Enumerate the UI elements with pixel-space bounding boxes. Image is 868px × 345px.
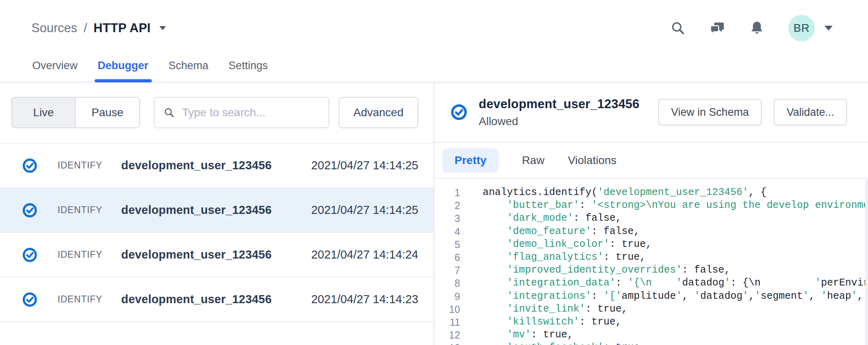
event-name: development_user_123456	[121, 248, 311, 261]
code-line: 13 'oauth_facebook': true,	[434, 341, 868, 345]
code-line: 11 'killswitch': true,	[434, 316, 868, 329]
code-line: 8 'integration_data': '{\n 'datadog': {\…	[434, 277, 868, 290]
code-line: 4 'demo_feature': false,	[434, 225, 868, 238]
code-text: 'oauth_facebook': true,	[483, 341, 646, 345]
event-timestamp: 2021/04/27 14:14:24	[311, 248, 434, 261]
check-circle-icon	[22, 158, 37, 173]
check-circle-icon	[22, 247, 37, 263]
event-timestamp: 2021/04/27 14:14:25	[311, 159, 434, 172]
event-search	[154, 97, 329, 128]
tab-schema[interactable]: Schema	[168, 56, 209, 82]
stream-controls: Live Pause Advanced	[0, 82, 434, 143]
magnifier-icon	[163, 106, 175, 119]
check-circle-icon	[22, 292, 37, 307]
code-line: 6 'flag_analytics': true,	[434, 251, 868, 264]
avatar[interactable]: BR	[788, 15, 815, 41]
line-number: 6	[434, 251, 460, 264]
view-in-schema-button[interactable]: View in Schema	[658, 99, 762, 125]
event-type-label: IDENTIFY	[58, 160, 121, 171]
event-name: development_user_123456	[121, 159, 311, 172]
code-line: 7 'improved_identity_overrides': false,	[434, 264, 868, 277]
event-stream-panel: Live Pause Advanced IDENTIFY development…	[0, 82, 434, 345]
code-text: 'dark_mode': false,	[483, 212, 622, 225]
app-header: Sources / HTTP API BR	[0, 0, 868, 56]
detail-tab-violations[interactable]: Violations	[568, 148, 616, 172]
breadcrumb-current-source[interactable]: HTTP API	[93, 21, 151, 35]
code-text: 'butter_bar': '<strong>\nYou are using t…	[483, 199, 868, 212]
account-menu[interactable]: BR	[788, 15, 833, 41]
line-number: 5	[434, 238, 460, 251]
breadcrumb-sources-link[interactable]: Sources	[31, 21, 77, 35]
code-line: 1analytics.identify('development_user_12…	[434, 186, 868, 199]
code-line: 9 'integrations': '['amplitude', 'datado…	[434, 290, 868, 303]
code-text: 'demo_link_color': true,	[483, 238, 652, 251]
bell-icon[interactable]	[749, 20, 765, 36]
event-row[interactable]: IDENTIFY development_user_123456 2021/04…	[0, 277, 434, 322]
pause-button[interactable]: Pause	[76, 98, 139, 127]
code-text: analytics.identify('development_user_123…	[483, 186, 767, 199]
account-caret-down-icon[interactable]	[825, 26, 833, 31]
code-text: 'integration_data': '{\n 'datadog': {\n …	[483, 277, 868, 290]
validate-button[interactable]: Validate...	[774, 99, 847, 125]
line-number: 4	[434, 225, 460, 238]
detail-header: development_user_123456 Allowed View in …	[434, 82, 868, 143]
event-row[interactable]: IDENTIFY development_user_123456 2021/04…	[0, 144, 434, 188]
detail-tabs: PrettyRawViolations	[434, 143, 868, 179]
code-text: 'killswitch': true,	[483, 316, 622, 329]
nav-tabs: OverviewDebuggerSchemaSettings	[0, 56, 868, 82]
tab-debugger[interactable]: Debugger	[97, 56, 149, 82]
event-title: development_user_123456	[479, 97, 639, 111]
chat-bubbles-icon[interactable]	[709, 20, 725, 36]
code-line: 10 'invite_link': true,	[434, 303, 868, 316]
event-timestamp: 2021/04/27 14:14:23	[311, 293, 434, 306]
detail-tab-pretty[interactable]: Pretty	[442, 148, 498, 172]
search-icon[interactable]	[670, 20, 686, 36]
code-text: 'mv': true,	[483, 329, 573, 341]
code-line: 3 'dark_mode': false,	[434, 212, 868, 225]
line-number: 9	[434, 290, 460, 303]
event-type-label: IDENTIFY	[58, 294, 121, 305]
event-timestamp: 2021/04/27 14:14:25	[311, 203, 434, 217]
search-input[interactable]	[182, 106, 320, 119]
status-badge: Allowed	[479, 115, 639, 128]
line-number: 12	[434, 329, 460, 341]
event-type-label: IDENTIFY	[58, 249, 121, 260]
check-circle-icon	[451, 104, 467, 121]
tab-overview[interactable]: Overview	[31, 56, 79, 82]
event-detail-panel: development_user_123456 Allowed View in …	[434, 82, 868, 345]
event-name: development_user_123456	[121, 293, 311, 306]
breadcrumb: Sources / HTTP API	[31, 21, 166, 35]
line-number: 11	[434, 316, 460, 329]
live-pause-toggle: Live Pause	[11, 97, 140, 128]
check-circle-icon	[22, 203, 37, 218]
code-line: 5 'demo_link_color': true,	[434, 238, 868, 251]
line-number: 3	[434, 212, 460, 225]
line-number: 8	[434, 277, 460, 290]
line-number: 1	[434, 186, 460, 199]
detail-titles: development_user_123456 Allowed	[479, 97, 639, 128]
line-number: 13	[434, 341, 460, 345]
code-text: 'improved_identity_overrides': false,	[483, 264, 730, 277]
code-text: 'flag_analytics': true,	[483, 251, 646, 264]
line-number: 10	[434, 303, 460, 316]
source-switcher-caret-down-icon[interactable]	[159, 26, 166, 30]
payload-code-view: 1analytics.identify('development_user_12…	[434, 179, 868, 345]
code-text: 'invite_link': true,	[483, 303, 628, 316]
debugger-main: Live Pause Advanced IDENTIFY development…	[0, 82, 868, 345]
event-list: IDENTIFY development_user_123456 2021/04…	[0, 143, 434, 322]
event-row[interactable]: IDENTIFY development_user_123456 2021/04…	[0, 233, 434, 277]
line-number: 7	[434, 264, 460, 277]
advanced-button[interactable]: Advanced	[339, 97, 418, 128]
scrollbar[interactable]	[865, 180, 868, 345]
live-button[interactable]: Live	[12, 98, 76, 127]
event-row[interactable]: IDENTIFY development_user_123456 2021/04…	[0, 188, 434, 233]
event-type-label: IDENTIFY	[58, 205, 121, 216]
code-text: 'integrations': '['amplitude', 'datadog'…	[483, 290, 868, 303]
event-name: development_user_123456	[121, 203, 311, 217]
tab-settings[interactable]: Settings	[228, 56, 269, 82]
code-line: 12 'mv': true,	[434, 329, 868, 341]
code-text: 'demo_feature': false,	[483, 225, 640, 238]
detail-tab-raw[interactable]: Raw	[522, 148, 544, 172]
line-number: 2	[434, 199, 460, 212]
code-line: 2 'butter_bar': '<strong>\nYou are using…	[434, 199, 868, 212]
